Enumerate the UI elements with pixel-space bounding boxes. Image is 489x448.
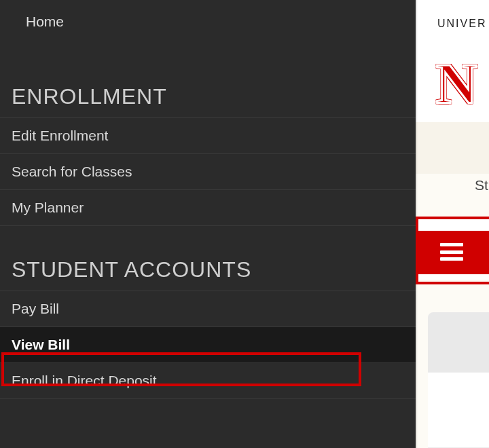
hamburger-top-stripe (416, 224, 489, 231)
page-title-partial: St (475, 177, 488, 193)
hamburger-button[interactable] (416, 224, 489, 280)
hamburger-icon (440, 243, 463, 261)
nebraska-logo: N (436, 56, 477, 113)
sidebar-item-my-planner[interactable]: My Planner (0, 189, 416, 226)
sidebar-item-edit-enrollment[interactable]: Edit Enrollment (0, 117, 416, 153)
menu-list-enrollment: Edit Enrollment Search for Classes My Pl… (0, 117, 416, 226)
sidebar-item-view-bill[interactable]: View Bill (0, 326, 416, 362)
menu-list-student-accounts: Pay Bill View Bill Enroll in Direct Depo… (0, 291, 416, 399)
sidebar-item-enroll-direct-deposit[interactable]: Enroll in Direct Deposit (0, 362, 416, 399)
sidebar-item-pay-bill[interactable]: Pay Bill (0, 291, 416, 326)
hamburger-bottom-stripe (416, 274, 489, 280)
content-card-white (428, 372, 489, 448)
home-link[interactable]: Home (0, 0, 416, 43)
main-content-partial: UNIVER N St (416, 0, 489, 448)
sidebar-nav: Home ENROLLMENT Edit Enrollment Search f… (0, 0, 416, 448)
section-enrollment: ENROLLMENT Edit Enrollment Search for Cl… (0, 79, 416, 226)
section-header-student-accounts: STUDENT ACCOUNTS (0, 252, 416, 291)
university-label: UNIVER (437, 18, 486, 30)
sidebar-item-search-classes[interactable]: Search for Classes (0, 153, 416, 189)
section-student-accounts: STUDENT ACCOUNTS Pay Bill View Bill Enro… (0, 252, 416, 399)
banner-band (416, 122, 489, 174)
section-header-enrollment: ENROLLMENT (0, 79, 416, 117)
sidebar-shadow (416, 0, 418, 448)
